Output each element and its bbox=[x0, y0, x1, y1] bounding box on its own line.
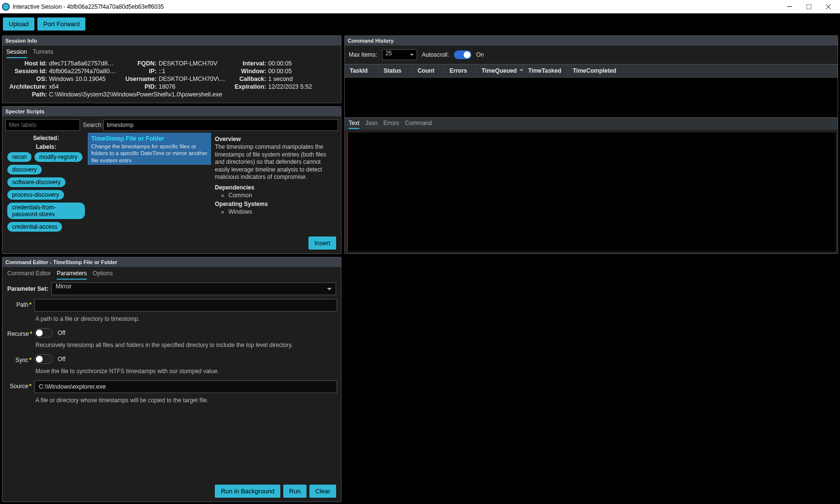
svg-rect-0 bbox=[787, 6, 792, 7]
titlebar: Interactive Session - 4bfb06a2257f4a70a8… bbox=[0, 0, 840, 14]
window-title: Interactive Session - 4bfb06a2257f4a70a8… bbox=[13, 3, 164, 10]
maximize-button[interactable] bbox=[799, 0, 819, 14]
close-button[interactable] bbox=[819, 0, 838, 14]
app-icon bbox=[2, 3, 10, 11]
minimize-button[interactable] bbox=[780, 0, 799, 14]
svg-rect-1 bbox=[807, 4, 811, 9]
